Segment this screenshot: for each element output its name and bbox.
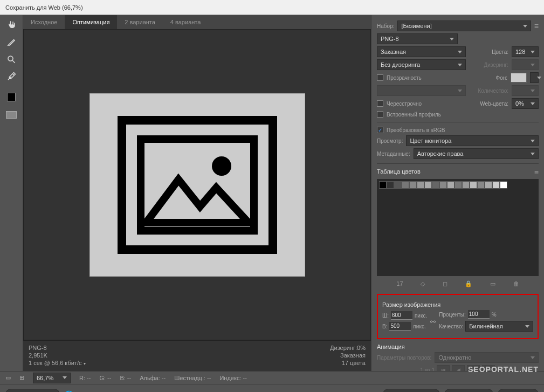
prev-frame-button: ◀ <box>452 365 465 371</box>
tool-column <box>0 15 23 371</box>
color-swatch[interactable] <box>409 181 417 189</box>
constrain-proportions-icon[interactable]: ⚯ <box>430 318 436 326</box>
readout-index: Индекс: -- <box>219 375 246 381</box>
color-swatch[interactable] <box>500 181 507 189</box>
color-swatch[interactable] <box>455 181 462 189</box>
trash-icon[interactable]: 🗑 <box>513 280 519 287</box>
interlaced-label: Чересстрочно <box>387 101 422 107</box>
color-swatch[interactable] <box>417 181 424 189</box>
color-table-menu-icon[interactable] <box>534 168 539 177</box>
color-table-title: Таблица цветов <box>377 168 421 177</box>
view-mode-icon[interactable]: ⊞ <box>19 374 24 381</box>
dither-amount-select <box>512 59 539 70</box>
transparency-label: Прозрачность <box>387 75 422 81</box>
preset-select[interactable]: [Безимени] <box>397 20 531 31</box>
preview-canvas[interactable] <box>23 29 371 340</box>
eyedropper-tool-icon[interactable] <box>6 71 17 82</box>
color-swatch[interactable] <box>492 181 500 189</box>
tab-4up[interactable]: 4 варианта <box>163 15 209 29</box>
color-swatch[interactable] <box>462 181 470 189</box>
foreground-color-swatch[interactable] <box>7 93 16 101</box>
save-button[interactable]: Сохранить... <box>383 389 440 393</box>
settings-panel: Набор: [Безимени] PNG-8 Заказная Цвета: … <box>371 15 544 371</box>
color-swatch[interactable] <box>477 181 485 189</box>
matte-select[interactable] <box>530 72 539 83</box>
convert-srgb-label: Преобразовать в sRGB <box>387 127 445 133</box>
readout-alpha: Альфа: -- <box>140 375 166 381</box>
transparency-checkbox[interactable] <box>377 74 383 81</box>
preview-button[interactable]: Просмотр... <box>5 389 60 393</box>
preset-label: Набор: <box>377 23 394 29</box>
color-table-toolbar: 17 ◇ ◻ 🔒 ▭ 🗑 <box>377 278 539 290</box>
lock-icon[interactable]: 🔒 <box>465 280 472 287</box>
websnap-label: Web-цвета: <box>480 101 508 107</box>
status-download-time: 1 сек @ 56,6 кбит/c ▾ <box>29 359 86 368</box>
percent-input[interactable] <box>468 310 490 319</box>
convert-srgb-checkbox[interactable] <box>377 127 383 133</box>
tab-optimized[interactable]: Оптимизация <box>65 15 117 29</box>
svg-point-0 <box>8 56 13 61</box>
embed-profile-checkbox[interactable] <box>377 111 383 118</box>
first-frame-button: ⏮ <box>437 365 450 371</box>
done-button[interactable]: Готово <box>498 389 539 393</box>
color-swatch[interactable] <box>439 181 447 189</box>
websnap-select[interactable]: 0% <box>512 98 539 109</box>
readout-hex: Шестнадц.: -- <box>174 375 211 381</box>
color-swatch[interactable] <box>470 181 477 189</box>
loop-select: Однократно <box>435 352 539 363</box>
reduction-select[interactable]: Заказная <box>377 46 466 57</box>
view-tabs: Исходное Оптимизация 2 варианта 4 вариан… <box>23 15 371 29</box>
slice-visibility-icon[interactable] <box>6 111 17 119</box>
cancel-button[interactable]: Сбросить <box>444 389 493 393</box>
embed-profile-label: Встроенный профиль <box>387 112 441 118</box>
panel-menu-icon[interactable] <box>534 22 539 30</box>
readout-b: B: -- <box>120 375 131 381</box>
color-swatch[interactable] <box>485 181 492 189</box>
status-format: PNG-8 <box>29 344 86 352</box>
height-label: В: <box>382 324 387 329</box>
color-swatch[interactable] <box>402 181 409 189</box>
swatch-toolbar-icon[interactable]: ◇ <box>421 280 425 287</box>
zoom-select[interactable]: 66,7% <box>33 373 71 383</box>
quality-label: Качество: <box>439 324 463 329</box>
status-dither: Дизеринг:0% <box>330 344 366 352</box>
matte-color-swatch[interactable] <box>511 73 527 82</box>
color-table[interactable] <box>377 179 539 276</box>
preview-select[interactable]: Цвет монитора <box>406 135 539 146</box>
metadata-select[interactable]: Авторские права <box>414 148 539 159</box>
interlaced-checkbox[interactable] <box>377 100 383 107</box>
swatch-count: 17 <box>396 280 403 287</box>
color-swatch[interactable] <box>379 181 387 189</box>
dither-amount-label: Дизеринг: <box>484 62 509 68</box>
colors-select[interactable]: 128 <box>512 46 539 57</box>
height-input[interactable] <box>389 322 411 331</box>
width-input[interactable] <box>391 311 412 320</box>
tab-original[interactable]: Исходное <box>23 15 65 29</box>
quality-select[interactable]: Билинейная <box>465 321 533 332</box>
loop-label: Параметры повторов: <box>377 355 431 361</box>
preview-area: Исходное Оптимизация 2 варианта 4 вариан… <box>23 15 371 371</box>
color-swatch[interactable] <box>432 181 439 189</box>
color-swatch[interactable] <box>424 181 432 189</box>
hand-tool-icon[interactable] <box>6 19 17 30</box>
new-swatch-icon[interactable]: ▭ <box>490 280 495 287</box>
color-swatch[interactable] <box>447 181 455 189</box>
height-unit: пикс. <box>413 324 425 329</box>
dialog-footer: Просмотр... 🌐▾ Сохранить... Сбросить Гот… <box>0 384 544 392</box>
metadata-label: Метаданные: <box>377 151 410 157</box>
format-select[interactable]: PNG-8 <box>377 33 458 44</box>
svg-line-1 <box>12 60 15 63</box>
image-size-panel: Размер изображения Ш: пикс. В: пикс. ⚯ <box>377 294 539 339</box>
color-swatch[interactable] <box>387 181 394 189</box>
tab-2up[interactable]: 2 варианта <box>117 15 163 29</box>
swatch-toolbar-icon[interactable]: ◻ <box>443 280 447 287</box>
view-mode-icon[interactable]: ▭ <box>5 374 11 381</box>
dither-select[interactable]: Без дизеринга <box>377 59 466 70</box>
transparency-dither-select <box>377 85 466 96</box>
color-swatch[interactable] <box>394 181 402 189</box>
percent-sign: % <box>492 312 497 318</box>
slice-tool-icon[interactable] <box>6 37 17 47</box>
browser-preview-icon[interactable]: 🌐▾ <box>64 390 77 393</box>
width-label: Ш: <box>382 313 389 319</box>
zoom-tool-icon[interactable] <box>6 54 17 65</box>
